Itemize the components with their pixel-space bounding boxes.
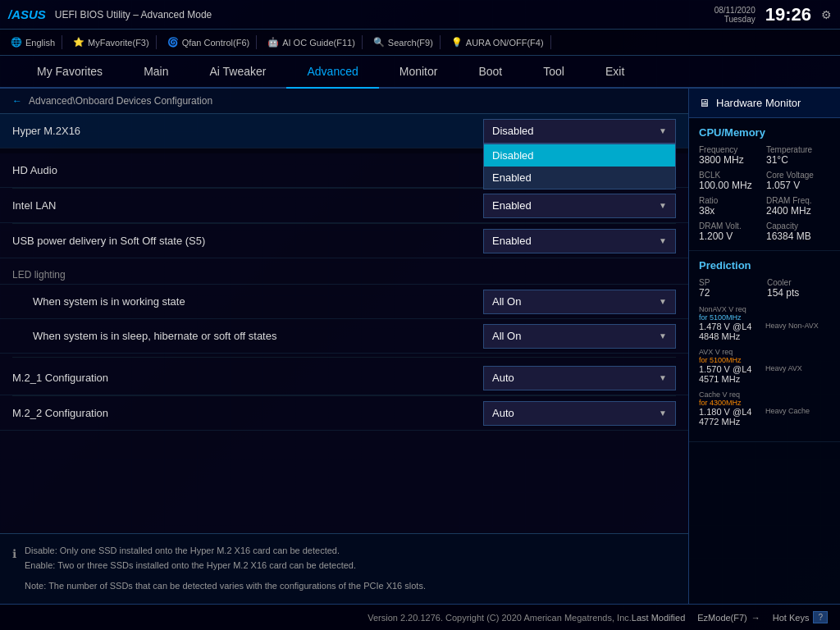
led-lighting-label: LED lighting bbox=[12, 262, 676, 281]
hd-audio-label: HD Audio bbox=[12, 164, 483, 176]
breadcrumb-arrow[interactable]: ← bbox=[12, 95, 22, 107]
hyper-m2x16-menu: Disabled Enabled bbox=[483, 144, 676, 189]
desc-note: Note: The number of SSDs that can be det… bbox=[25, 579, 426, 594]
setting-led-header: LED lighting bbox=[0, 258, 688, 285]
chevron-down-icon: ▼ bbox=[659, 409, 667, 418]
main-panel: ← Advanced\Onboard Devices Configuration… bbox=[0, 89, 688, 604]
chevron-down-icon: ▼ bbox=[659, 201, 667, 210]
led-sleep-value[interactable]: All On ▼ bbox=[483, 324, 676, 349]
led-sleep-label: When system is in sleep, hibernate or so… bbox=[12, 330, 483, 342]
date-display: 08/11/2020 Tuesday bbox=[714, 6, 756, 24]
bios-title: UEFI BIOS Utility – Advanced Mode bbox=[55, 9, 212, 21]
toolbar-aura[interactable]: 💡 AURA ON/OFF(F4) bbox=[445, 35, 551, 49]
led-working-value[interactable]: All On ▼ bbox=[483, 290, 676, 314]
hw-prediction-title: Prediction bbox=[699, 259, 830, 272]
intel-lan-dropdown[interactable]: Enabled ▼ bbox=[483, 194, 676, 218]
time-display: 19:26 bbox=[765, 4, 811, 25]
setting-m2-2[interactable]: M.2_2 Configuration Auto ▼ bbox=[0, 396, 688, 431]
setting-intel-lan[interactable]: Intel LAN Enabled ▼ bbox=[0, 189, 688, 223]
star-icon: ⭐ bbox=[73, 37, 84, 48]
usb-power-value[interactable]: Enabled ▼ bbox=[483, 229, 676, 253]
hw-cpu-memory-title: CPU/Memory bbox=[699, 126, 830, 139]
divider-4 bbox=[12, 357, 676, 358]
m2-1-value[interactable]: Auto ▼ bbox=[483, 366, 676, 390]
toolbar-qfan[interactable]: 🌀 Qfan Control(F6) bbox=[161, 35, 258, 49]
hw-core-voltage: Core Voltage 1.057 V bbox=[766, 171, 830, 191]
option-disabled[interactable]: Disabled bbox=[484, 144, 675, 167]
chevron-down-icon: ▼ bbox=[659, 373, 667, 382]
footer: Version 2.20.1276. Copyright (C) 2020 Am… bbox=[0, 604, 840, 630]
hyper-m2x16-label: Hyper M.2X16 bbox=[12, 125, 483, 137]
hw-dram-freq: DRAM Freq. 2400 MHz bbox=[766, 196, 830, 217]
settings-list: Hyper M.2X16 Disabled ▼ Disabled Enabled bbox=[0, 114, 688, 533]
desc-line2: Enable: Two or three SSDs installed onto… bbox=[25, 559, 426, 573]
hw-pred-nonavx: NonAVX V req for 5100MHz 1.478 V @L4 Hea… bbox=[699, 305, 830, 341]
setting-m2-1[interactable]: M.2_1 Configuration Auto ▼ bbox=[0, 361, 688, 395]
footer-version: Version 2.20.1276. Copyright (C) 2020 Am… bbox=[368, 613, 632, 623]
hw-prediction-section: Prediction SP 72 Cooler 154 pts NonAVX V… bbox=[689, 251, 840, 442]
chevron-down-icon: ▼ bbox=[659, 331, 667, 340]
search-icon: 🔍 bbox=[373, 37, 385, 48]
last-modified-btn[interactable]: Last Modified bbox=[632, 613, 685, 623]
intel-lan-value[interactable]: Enabled ▼ bbox=[483, 194, 676, 218]
hyper-m2x16-dropdown[interactable]: Disabled ▼ bbox=[483, 119, 676, 144]
tab-ai-tweaker[interactable]: Ai Tweaker bbox=[189, 56, 286, 89]
hw-cpu-memory-section: CPU/Memory Frequency 3800 MHz Temperatur… bbox=[689, 118, 840, 251]
description-panel: ℹ Disable: Only one SSD installed onto t… bbox=[0, 533, 688, 604]
led-working-dropdown[interactable]: All On ▼ bbox=[483, 290, 676, 314]
hot-keys-btn[interactable]: Hot Keys ? bbox=[773, 611, 828, 623]
setting-led-sleep[interactable]: When system is in sleep, hibernate or so… bbox=[0, 319, 688, 354]
hyper-m2x16-value[interactable]: Disabled ▼ Disabled Enabled bbox=[483, 119, 676, 144]
tab-main[interactable]: Main bbox=[123, 56, 189, 89]
hw-pred-cache: Cache V req for 4300MHz 1.180 V @L4 Heav… bbox=[699, 390, 830, 427]
setting-usb-power[interactable]: USB power delivery in Soft Off state (S5… bbox=[0, 224, 688, 258]
toolbar-search[interactable]: 🔍 Search(F9) bbox=[367, 35, 441, 49]
tab-tool[interactable]: Tool bbox=[523, 56, 585, 89]
m2-1-dropdown[interactable]: Auto ▼ bbox=[483, 366, 676, 390]
usb-power-label: USB power delivery in Soft Off state (S5… bbox=[12, 235, 483, 247]
globe-icon: 🌐 bbox=[11, 37, 22, 48]
header-bar: /ASUS UEFI BIOS Utility – Advanced Mode … bbox=[0, 0, 840, 30]
ez-mode-btn[interactable]: EzMode(F7) → bbox=[697, 613, 760, 623]
setting-hyper-m2x16[interactable]: Hyper M.2X16 Disabled ▼ Disabled Enabled bbox=[0, 114, 688, 148]
tab-monitor[interactable]: Monitor bbox=[379, 56, 459, 89]
arrow-right-icon: → bbox=[751, 613, 760, 623]
setting-led-working[interactable]: When system is in working state All On ▼ bbox=[0, 285, 688, 319]
hw-dram-volt: DRAM Volt. 1.200 V bbox=[699, 221, 763, 242]
intel-lan-label: Intel LAN bbox=[12, 199, 483, 212]
toolbar-myfavorite[interactable]: ⭐ MyFavorite(F3) bbox=[66, 35, 157, 49]
m2-2-label: M.2_2 Configuration bbox=[12, 407, 483, 419]
aura-icon: 💡 bbox=[451, 37, 463, 48]
led-sleep-dropdown[interactable]: All On ▼ bbox=[483, 324, 676, 349]
hw-cooler: Cooler 154 pts bbox=[767, 278, 830, 299]
m2-2-value[interactable]: Auto ▼ bbox=[483, 401, 676, 426]
nav-tabs: My Favorites Main Ai Tweaker Advanced Mo… bbox=[0, 56, 840, 89]
content-area: ← Advanced\Onboard Devices Configuration… bbox=[0, 89, 840, 604]
toolbar-aioc[interactable]: 🤖 AI OC Guide(F11) bbox=[261, 35, 363, 49]
tab-advanced[interactable]: Advanced bbox=[286, 56, 378, 89]
chevron-down-icon: ▼ bbox=[659, 297, 667, 306]
datetime-block: 08/11/2020 Tuesday 19:26 ⚙ bbox=[714, 4, 832, 25]
option-enabled[interactable]: Enabled bbox=[484, 167, 675, 189]
tab-exit[interactable]: Exit bbox=[585, 56, 645, 89]
settings-icon[interactable]: ⚙ bbox=[821, 8, 832, 21]
monitor-icon: 🖥 bbox=[699, 97, 710, 109]
toolbar: 🌐 English ⭐ MyFavorite(F3) 🌀 Qfan Contro… bbox=[0, 30, 840, 56]
desc-line1: Disable: Only one SSD installed onto the… bbox=[25, 544, 426, 559]
hw-cpu-memory-grid: Frequency 3800 MHz Temperature 31°C BCLK… bbox=[699, 145, 830, 242]
footer-right: Last Modified EzMode(F7) → Hot Keys ? bbox=[632, 611, 828, 623]
m2-2-dropdown[interactable]: Auto ▼ bbox=[483, 401, 676, 426]
hw-capacity: Capacity 16384 MB bbox=[766, 221, 830, 242]
tab-boot[interactable]: Boot bbox=[458, 56, 523, 89]
led-working-label: When system is in working state bbox=[12, 295, 483, 308]
breadcrumb-path: Advanced\Onboard Devices Configuration bbox=[29, 95, 212, 107]
hw-monitor-title: 🖥 Hardware Monitor bbox=[689, 89, 840, 118]
usb-power-dropdown[interactable]: Enabled ▼ bbox=[483, 229, 676, 253]
toolbar-english[interactable]: 🌐 English bbox=[4, 35, 62, 49]
hw-ratio: Ratio 38x bbox=[699, 196, 763, 217]
info-icon: ℹ bbox=[12, 545, 16, 563]
tab-my-favorites[interactable]: My Favorites bbox=[16, 56, 123, 89]
ai-icon: 🤖 bbox=[267, 37, 279, 48]
hw-sp: SP 72 bbox=[699, 278, 762, 299]
chevron-down-icon: ▼ bbox=[659, 126, 667, 135]
